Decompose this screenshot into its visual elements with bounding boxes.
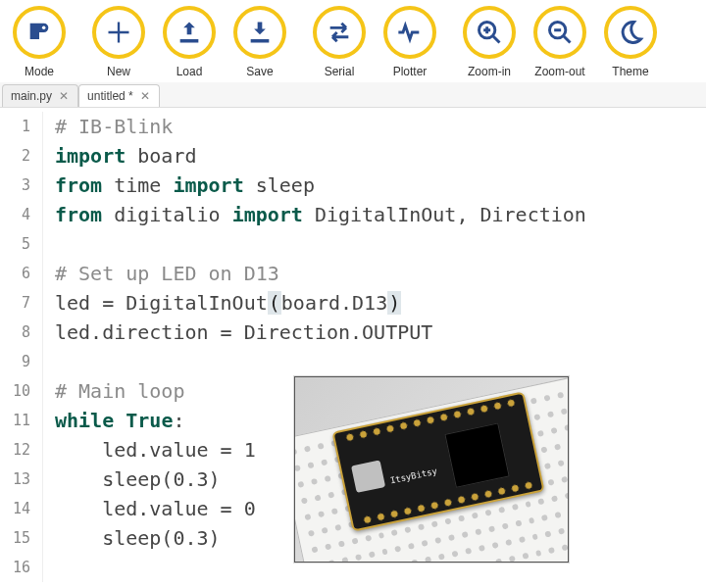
code-content[interactable] <box>43 553 55 582</box>
code-content[interactable]: from time import sleep <box>43 171 315 200</box>
pulse-icon <box>383 6 436 59</box>
mode-icon <box>13 6 66 59</box>
line-number: 12 <box>0 435 43 465</box>
code-content[interactable]: led.value = 1 <box>43 435 256 465</box>
line-number: 4 <box>0 200 43 229</box>
tab-untitled[interactable]: untitled * ✕ <box>78 84 160 107</box>
line-number: 1 <box>0 112 43 141</box>
new-button[interactable]: New <box>83 6 154 78</box>
load-label: Load <box>176 65 203 78</box>
toolbar: Mode New Load Save Serial Plotter <box>0 0 706 82</box>
load-button[interactable]: Load <box>154 6 225 78</box>
mode-button[interactable]: Mode <box>4 6 75 78</box>
theme-label: Theme <box>612 65 648 78</box>
save-button[interactable]: Save <box>225 6 295 78</box>
code-line[interactable]: 7led = DigitalInOut(board.D13) <box>0 288 706 318</box>
serial-button[interactable]: Serial <box>304 6 375 78</box>
code-content[interactable]: sleep(0.3) <box>43 523 221 553</box>
line-number: 16 <box>0 553 43 582</box>
line-number: 11 <box>0 406 43 435</box>
upload-icon <box>163 6 216 59</box>
line-number: 7 <box>0 288 43 318</box>
code-content[interactable]: led.direction = Direction.OUTPUT <box>43 318 432 347</box>
code-line[interactable]: 4from digitalio import DigitalInOut, Dir… <box>0 200 706 229</box>
board-label: ItsyBitsy <box>387 457 440 495</box>
plotter-button[interactable]: Plotter <box>375 6 445 78</box>
code-line[interactable]: 9 <box>0 347 706 376</box>
tab-label: main.py <box>11 89 52 103</box>
zoom-in-label: Zoom-in <box>468 65 511 78</box>
line-number: 9 <box>0 347 43 376</box>
tab-bar: main.py ✕ untitled * ✕ <box>0 82 706 108</box>
line-number: 8 <box>0 318 43 347</box>
new-label: New <box>107 65 130 78</box>
mcu-chip-graphic <box>444 422 509 487</box>
svg-point-0 <box>42 26 46 29</box>
line-number: 15 <box>0 523 43 553</box>
tab-main-py[interactable]: main.py ✕ <box>2 84 78 107</box>
code-line[interactable]: 6# Set up LED on D13 <box>0 259 706 288</box>
line-number: 6 <box>0 259 43 288</box>
serial-label: Serial <box>325 65 355 78</box>
code-content[interactable]: led.value = 0 <box>43 494 256 523</box>
code-content[interactable]: sleep(0.3) <box>43 465 221 494</box>
code-line[interactable]: 8led.direction = Direction.OUTPUT <box>0 318 706 347</box>
line-number: 14 <box>0 494 43 523</box>
code-content[interactable] <box>43 347 55 376</box>
code-line[interactable]: 2import board <box>0 141 706 171</box>
download-icon <box>233 6 286 59</box>
code-content[interactable] <box>43 229 55 259</box>
code-line[interactable]: 5 <box>0 229 706 259</box>
zoom-out-icon <box>533 6 586 59</box>
moon-icon <box>604 6 657 59</box>
code-content[interactable]: # Set up LED on D13 <box>43 259 279 288</box>
code-content[interactable]: # IB-Blink <box>43 112 173 141</box>
code-editor[interactable]: 1# IB-Blink2import board3from time impor… <box>0 108 706 582</box>
line-number: 2 <box>0 141 43 171</box>
transfer-icon <box>313 6 366 59</box>
code-content[interactable]: while True: <box>43 406 184 435</box>
zoom-in-icon <box>463 6 516 59</box>
mode-label: Mode <box>25 65 54 78</box>
usb-port-graphic <box>351 460 385 493</box>
theme-button[interactable]: Theme <box>595 6 666 78</box>
code-line[interactable]: 3from time import sleep <box>0 171 706 200</box>
code-content[interactable]: led = DigitalInOut(board.D13) <box>43 288 401 318</box>
close-icon[interactable]: ✕ <box>139 90 151 102</box>
zoom-in-button[interactable]: Zoom-in <box>454 6 525 78</box>
code-content[interactable]: import board <box>43 141 197 171</box>
save-label: Save <box>246 65 273 78</box>
line-number: 5 <box>0 229 43 259</box>
line-number: 3 <box>0 171 43 200</box>
zoom-out-button[interactable]: Zoom-out <box>525 6 595 78</box>
code-line[interactable]: 1# IB-Blink <box>0 112 706 141</box>
line-number: 10 <box>0 376 43 406</box>
line-number: 13 <box>0 465 43 494</box>
code-content[interactable]: from digitalio import DigitalInOut, Dire… <box>43 200 586 229</box>
microcontroller-photo: ItsyBitsy <box>294 376 569 563</box>
tab-label: untitled * <box>87 89 133 103</box>
close-icon[interactable]: ✕ <box>58 90 70 102</box>
code-content[interactable]: # Main loop <box>43 376 184 406</box>
plus-icon <box>92 6 145 59</box>
plotter-label: Plotter <box>393 65 428 78</box>
zoom-out-label: Zoom-out <box>534 65 584 78</box>
